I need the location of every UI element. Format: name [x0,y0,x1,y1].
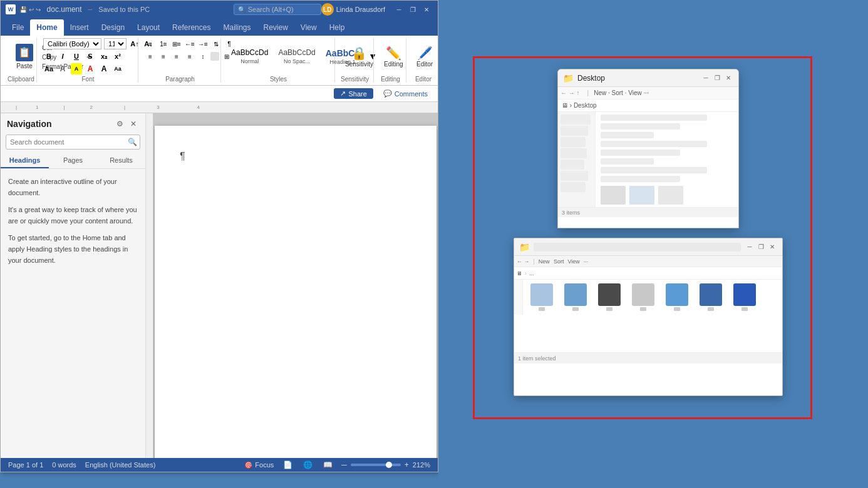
style-no-spacing[interactable]: AaBbCcDd No Spac... [274,47,319,66]
align-right-button[interactable]: ≡ [171,51,182,62]
nav-tab-pages[interactable]: Pages [49,153,97,168]
strikethrough-button[interactable]: S̶ [85,51,96,62]
change-case-button[interactable]: Aa [112,63,123,74]
fw-file-7[interactable] [730,283,760,311]
paste-button[interactable]: 📋 Paste [11,40,38,73]
tab-home[interactable]: Home [30,19,63,36]
italic-button[interactable]: I [57,51,68,62]
editing-icon: ✏️ [386,46,401,61]
paragraph-label: Paragraph [165,74,195,83]
fw-restore-button[interactable]: ❐ [712,73,722,83]
search-box[interactable]: 🔍 Search (Alt+Q) [234,4,321,15]
nav-search-icon[interactable]: 🔍 [125,135,140,149]
tab-mailings[interactable]: Mailings [217,19,257,36]
file-explorer-bottom[interactable]: 📁 ─ ❐ ✕ ← → | New Sort View ··· 🖥 › ... [514,238,783,396]
line-spacing-button[interactable]: ↕ [197,51,209,62]
nav-search-box[interactable]: 🔍 [6,135,140,150]
decrease-indent-button[interactable]: ←≡ [184,38,195,49]
text-effects-button[interactable]: A [57,63,68,74]
numbering-button[interactable]: 1≡ [158,38,169,49]
nav-close-button[interactable]: ✕ [128,118,139,130]
restore-button[interactable]: ❐ [406,4,419,14]
superscript-button[interactable]: x² [112,51,123,62]
editing-button[interactable]: ✏️ Editing [380,43,407,70]
style-normal[interactable]: AaBbCcDd Normal [227,47,272,66]
sensitivity-button[interactable]: 🔒 Sensitivity [341,43,377,70]
share-button[interactable]: ↗ Share [334,88,373,99]
increase-font-button[interactable]: A↑ [129,38,140,49]
zoom-plus[interactable]: + [405,460,409,469]
print-layout-button[interactable]: 📄 [281,460,294,470]
clear-format-button[interactable]: Aa [43,63,54,74]
style-nospacing-preview: AaBbCcDd [278,48,315,58]
subscript-button[interactable]: x₂ [98,51,110,62]
page[interactable]: ¶ [155,126,437,458]
fw-close-button[interactable]: ✕ [723,73,733,83]
fw-bottom-restore-button[interactable]: ❐ [756,242,766,252]
align-left-button[interactable]: ≡ [145,51,156,62]
focus-label[interactable]: 🎯 Focus [244,461,274,469]
fw-file-5[interactable] [662,283,692,311]
file-explorer-desktop[interactable]: 📁 Desktop ─ ❐ ✕ ← → ↑ | New · Sort · Vie… [557,69,739,228]
nav-tab-headings[interactable]: Headings [1,153,49,168]
read-mode-button[interactable]: 📖 [321,460,334,470]
tab-review[interactable]: Review [257,19,294,36]
fw-file-3[interactable] [594,283,624,311]
fw-file-6[interactable] [696,283,726,311]
user-name: Linda Drausdorf [336,6,385,13]
bold-button[interactable]: B [43,51,54,62]
sensitivity-group-label: Sensitivity [341,74,369,83]
nav-pane-header: Navigation ⚙ ✕ [1,113,145,132]
fw-bottom-nav[interactable]: 🖥 › ... [514,267,782,280]
fw-minimize-button[interactable]: ─ [701,73,711,83]
multilevel-button[interactable]: ⊞≡ [171,38,182,49]
close-button[interactable]: ✕ [420,4,433,14]
increase-indent-button[interactable]: →≡ [197,38,209,49]
sort-button[interactable]: ⇅ [210,38,222,49]
tab-references[interactable]: References [166,19,217,36]
tab-help[interactable]: Help [323,19,351,36]
font-face-select[interactable]: Calibri (Body) [43,38,101,49]
comments-button[interactable]: 💬 Comments [378,88,433,99]
fw-file-label-2 [572,307,579,311]
tab-view[interactable]: View [294,19,323,36]
editing-group: ✏️ Editing Editing [375,38,406,83]
fw-file-2[interactable] [561,283,591,311]
web-layout-button[interactable]: 🌐 [301,460,314,470]
bullets-button[interactable]: ≡ [145,38,156,49]
document-area[interactable]: ¶ [153,113,438,458]
tab-design[interactable]: Design [95,19,131,36]
zoom-minus[interactable]: ─ [341,460,347,469]
style-normal-preview: AaBbCcDd [231,48,268,58]
fw-bottom-close-button[interactable]: ✕ [767,242,777,252]
tab-layout[interactable]: Layout [131,19,166,36]
underline-button[interactable]: U [71,51,82,62]
tab-file[interactable]: File [6,19,30,36]
nav-hint-p2: It's a great way to keep track of where … [8,205,138,226]
font-size-select[interactable]: 11 [104,38,127,49]
nav-search-input[interactable] [6,138,125,146]
title-bar-left: W 💾 ↩ ↪ doc.ument – Saved to this PC [6,4,234,14]
align-center-button[interactable]: ≡ [158,51,169,62]
fw-bottom-minimize-button[interactable]: ─ [745,242,755,252]
nav-options-button[interactable]: ⚙ [114,118,125,130]
font-size-text-button[interactable]: A [98,63,110,74]
folder-icon: 📁 [563,73,574,83]
ribbon-tabs: File Home Insert Design Layout Reference… [1,18,438,36]
fw-top-addressbar[interactable]: 🖥 › Desktop [558,99,738,112]
fw-file-1[interactable] [527,283,557,311]
fw-file-label-5 [674,307,680,311]
fw-bottom-status-text: 1 item selected [518,355,556,362]
styles-group: AaBbCcDd Normal AaBbCcDd No Spac... AaBb… [222,38,335,83]
fw-bottom-toolbar: ← → | New Sort View ··· [514,256,782,267]
font-color-button[interactable]: A [85,63,96,74]
zoom-slider[interactable] [351,464,401,466]
shading-button[interactable] [210,52,219,61]
text-highlight-button[interactable]: A [71,63,82,74]
nav-tab-results[interactable]: Results [97,153,145,168]
justify-button[interactable]: ≡ [184,51,195,62]
fw-file-4[interactable] [628,283,658,311]
tab-insert[interactable]: Insert [64,19,95,36]
minimize-button[interactable]: ─ [393,4,405,14]
editor-button[interactable]: 🖊️ Editor [413,43,437,70]
